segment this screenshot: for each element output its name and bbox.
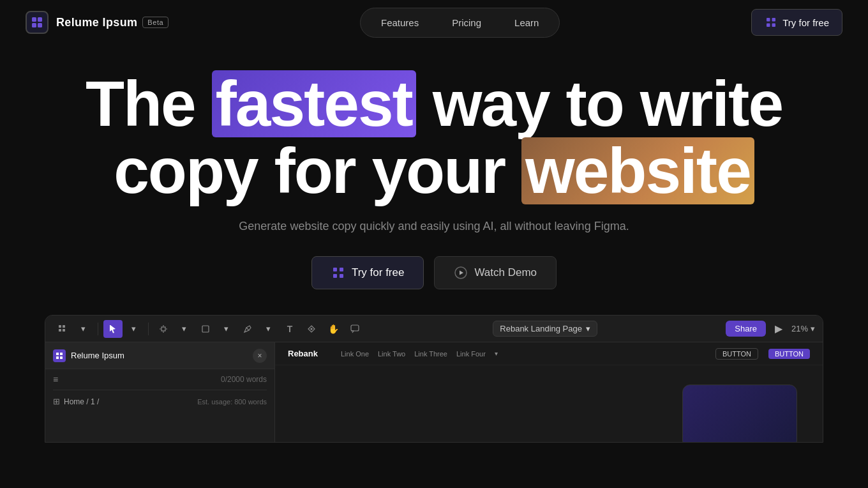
zoom-indicator[interactable]: 21% ▾ — [791, 324, 815, 333]
toolbar-frame-tool[interactable] — [154, 320, 173, 338]
word-count: 0/2000 words — [221, 375, 267, 384]
figma-canvas: Relume Ipsum × ≡ 0/2000 words ⊞ Home / 1… — [45, 342, 823, 442]
toolbar-chevron[interactable]: ▾ — [73, 320, 93, 338]
toolbar-shape-chevron[interactable]: ▾ — [216, 320, 236, 338]
toolbar-pointer-tool[interactable] — [103, 320, 123, 338]
svg-rect-10 — [333, 274, 337, 278]
zoom-chevron: ▾ — [811, 324, 815, 333]
svg-rect-5 — [772, 18, 776, 22]
plugin-header: Relume Ipsum × — [45, 342, 274, 369]
svg-rect-27 — [56, 356, 59, 359]
svg-rect-9 — [340, 268, 343, 271]
hero-cta-secondary[interactable]: Watch Demo — [434, 256, 557, 289]
toolbar-separator-1 — [98, 323, 98, 335]
rebank-btn-filled[interactable]: BUTTON — [768, 349, 810, 359]
toolbar-tools-left: ▾ — [53, 320, 93, 338]
toolbar-center: Rebank Landing Page ▾ — [367, 321, 723, 337]
toolbar-pen-chevron[interactable]: ▾ — [258, 320, 278, 338]
svg-rect-23 — [202, 326, 209, 332]
toolbar-component-tool[interactable] — [302, 320, 321, 338]
rebank-preview: Rebank Link One Link Two Link Three Link… — [275, 342, 823, 442]
page-selector-label: Rebank Landing Page — [500, 324, 582, 333]
rebank-link-1[interactable]: Link One — [341, 350, 369, 358]
svg-rect-3 — [38, 23, 42, 27]
logo-icon — [26, 11, 49, 34]
svg-rect-4 — [767, 18, 770, 22]
plugin-name: Relume Ipsum — [71, 351, 124, 360]
toolbar-move-tool[interactable] — [53, 320, 72, 338]
navbar-center: Features Pricing Learn — [360, 8, 560, 38]
est-usage-label: Est. usage: 800 words — [197, 398, 267, 406]
toolbar-frame-group: ▾ — [154, 320, 193, 338]
path-text: Home / 1 / — [64, 397, 99, 406]
play-circle-icon — [454, 266, 468, 280]
hero-subtitle: Generate website copy quickly and easily… — [239, 220, 629, 233]
cta-grid-icon — [331, 266, 345, 280]
logo-text: Relume Ipsum Beta — [56, 16, 168, 29]
toolbar-frame-chevron[interactable]: ▾ — [174, 320, 193, 338]
toolbar-right: Share ▶ 21% ▾ — [726, 320, 815, 337]
svg-rect-1 — [38, 17, 42, 22]
navbar-logo-area: Relume Ipsum Beta — [26, 11, 168, 34]
toolbar-shape-group: ▾ — [196, 320, 236, 338]
toolbar-pen-tool[interactable] — [238, 320, 257, 338]
try-free-label: Try for free — [782, 17, 829, 28]
hero-cta-primary[interactable]: Try for free — [311, 256, 424, 289]
svg-rect-18 — [161, 327, 165, 331]
cta-primary-label: Try for free — [352, 266, 405, 279]
cta-secondary-label: Watch Demo — [474, 266, 537, 279]
plugin-panel: Relume Ipsum × ≡ 0/2000 words ⊞ Home / 1… — [45, 342, 275, 442]
grid-icon — [765, 16, 777, 29]
rebank-link-3[interactable]: Link Three — [414, 350, 447, 358]
toolbar-text-tool[interactable]: T — [280, 320, 299, 338]
toolbar-pointer-chevron[interactable]: ▾ — [124, 320, 143, 338]
page-selector-chevron: ▾ — [586, 324, 590, 333]
navbar: Relume Ipsum Beta Features Pricing Learn… — [0, 0, 868, 45]
rebank-link-4[interactable]: Link Four — [456, 350, 486, 358]
headline-website: website — [521, 137, 754, 204]
share-button[interactable]: Share — [726, 321, 766, 337]
brand-name: Relume Ipsum — [56, 16, 137, 29]
svg-rect-26 — [60, 353, 63, 355]
rebank-nav: Rebank Link One Link Two Link Three Link… — [275, 342, 823, 365]
nav-item-pricing[interactable]: Pricing — [437, 12, 497, 33]
plugin-body: ≡ 0/2000 words ⊞ Home / 1 / Est. usage: … — [45, 369, 274, 442]
rebank-nav-links: Link One Link Two Link Three Link Four ▾ — [341, 350, 498, 358]
hero-headline: The fastest way to write copy for your w… — [86, 70, 782, 204]
hamburger-icon: ≡ — [53, 374, 58, 385]
figma-toolbar: ▾ ▾ — [45, 316, 823, 342]
plugin-close-button[interactable]: × — [253, 349, 267, 363]
textarea-row: ≡ 0/2000 words — [53, 374, 267, 385]
page-selector[interactable]: Rebank Landing Page ▾ — [493, 321, 597, 337]
svg-rect-14 — [59, 325, 61, 328]
rebank-card-visual — [682, 385, 797, 442]
figma-mockup: ▾ ▾ — [45, 315, 823, 443]
svg-rect-11 — [340, 274, 343, 278]
toolbar-pen-group: ▾ — [238, 320, 278, 338]
hero-section: The fastest way to write copy for your w… — [0, 45, 868, 455]
svg-marker-13 — [460, 271, 463, 275]
plugin-title-area: Relume Ipsum — [53, 349, 124, 362]
toolbar-comment-tool[interactable] — [345, 320, 364, 338]
beta-badge: Beta — [142, 17, 168, 28]
nav-item-learn[interactable]: Learn — [499, 12, 554, 33]
toolbar-hand-tool[interactable]: ✋ — [324, 320, 343, 338]
svg-rect-6 — [767, 24, 770, 27]
toolbar-shape-tool[interactable] — [196, 320, 215, 338]
svg-rect-17 — [63, 329, 65, 332]
nav-item-features[interactable]: Features — [366, 12, 434, 33]
svg-rect-24 — [351, 325, 359, 331]
hero-buttons: Try for free Watch Demo — [311, 256, 557, 289]
headline-line2: copy for your website — [86, 137, 782, 204]
zoom-label: 21% — [791, 324, 808, 333]
preview-panel: Rebank Link One Link Two Link Three Link… — [275, 342, 823, 442]
rebank-content — [275, 365, 823, 442]
svg-rect-2 — [32, 23, 36, 27]
navbar-right: Try for free — [751, 9, 842, 36]
play-button[interactable]: ▶ — [771, 320, 786, 337]
rebank-link-2[interactable]: Link Two — [378, 350, 405, 358]
try-free-button[interactable]: Try for free — [751, 9, 842, 36]
rebank-btn-outline[interactable]: BUTTON — [715, 348, 758, 360]
toolbar-separator-2 — [148, 323, 149, 335]
rebank-logo: Rebank — [288, 349, 318, 358]
